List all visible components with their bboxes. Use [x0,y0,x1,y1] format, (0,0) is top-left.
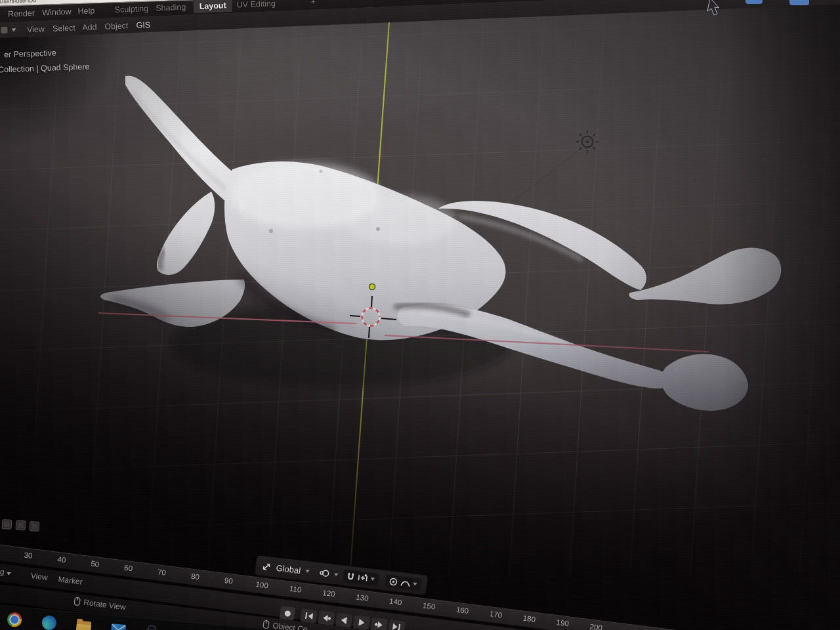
mouse-cursor-icon [706,0,723,16]
menu-view[interactable]: View [27,25,45,35]
viewport-perspective-label: er Perspective [4,49,56,60]
tab-sculpting[interactable]: Sculpting [114,3,148,14]
frame-number: 120 [322,589,336,598]
pivot-chevron-down-icon[interactable] [333,573,339,577]
auto-key-record-button[interactable] [280,606,295,621]
frame-number: 160 [455,606,469,615]
frame-number: 150 [422,601,436,610]
menu-gis[interactable]: GIS [136,20,150,30]
frame-number: 100 [255,580,269,589]
transform-orientation-icon[interactable] [261,561,272,572]
timeline-menu-marker[interactable]: Marker [58,574,83,587]
snap-chevron-down-icon[interactable] [370,577,375,581]
frame-number: 170 [489,610,503,619]
editor-icon-1[interactable] [2,519,12,530]
file-explorer-icon[interactable] [76,621,91,630]
timeline-menu-fragment[interactable]: ng [0,566,12,578]
viewport-canvas[interactable] [0,0,840,630]
jump-to-end-button[interactable] [388,620,405,630]
edge-icon[interactable] [41,615,57,630]
menu-object[interactable]: Object [104,22,129,32]
menu-add[interactable]: Add [82,23,97,33]
snap-target-icon[interactable] [357,573,368,583]
frame-number: 60 [124,564,133,573]
next-keyframe-button[interactable] [371,618,388,630]
frame-number: 30 [24,551,33,560]
falloff-curve-icon[interactable] [400,578,410,587]
frame-number: 200 [589,622,603,630]
menu-window[interactable]: Window [42,7,72,17]
proportional-editing-icon[interactable] [388,577,398,587]
menu-render[interactable]: Render [8,8,35,18]
frame-number: 180 [522,614,536,623]
orientation-dropdown[interactable]: Global [276,562,301,575]
tab-layout[interactable]: Layout [193,0,232,13]
camera-wireframe[interactable] [730,540,820,606]
frame-number: 130 [356,593,369,602]
frame-number: 80 [190,572,200,581]
falloff-chevron-down-icon[interactable] [413,582,418,586]
editor-icon-2[interactable] [15,520,26,530]
pivot-point-icon[interactable] [318,568,330,578]
sculpted-body-model[interactable] [100,75,781,411]
frame-number: 40 [57,555,66,564]
frame-number: 70 [157,568,166,577]
frame-number: 50 [91,559,100,568]
menu-help[interactable]: Help [77,6,94,16]
frame-number: 110 [289,585,302,594]
mouse-icon [74,597,81,606]
frame-number: 90 [224,576,233,585]
timeline-menu-view[interactable]: View [30,571,48,582]
add-workspace-button[interactable]: + [310,0,316,7]
status-hint-rotate-view: Rotate View [74,597,127,612]
tab-shading[interactable]: Shading [156,2,186,12]
chrome-icon[interactable] [7,612,22,627]
frame-number: 140 [389,597,403,606]
editor-icon-3[interactable] [29,521,39,532]
topbar-blue-button-2[interactable] [789,0,809,5]
mode-chevron-down-icon[interactable] [11,28,16,32]
origin-dot [369,284,375,290]
topbar-blue-button[interactable] [746,0,763,4]
frame-number: 190 [556,618,570,627]
editor-type-icon[interactable] [1,27,7,33]
mail-icon[interactable] [111,623,126,630]
tab-uv-editing[interactable]: UV Editing [236,0,276,9]
menu-select[interactable]: Select [52,24,75,33]
monitor-photo: Users\user\Do Render Window Help Sculpti… [0,0,840,630]
orientation-chevron-down-icon[interactable] [305,569,310,573]
magnet-snap-icon[interactable] [346,572,355,581]
